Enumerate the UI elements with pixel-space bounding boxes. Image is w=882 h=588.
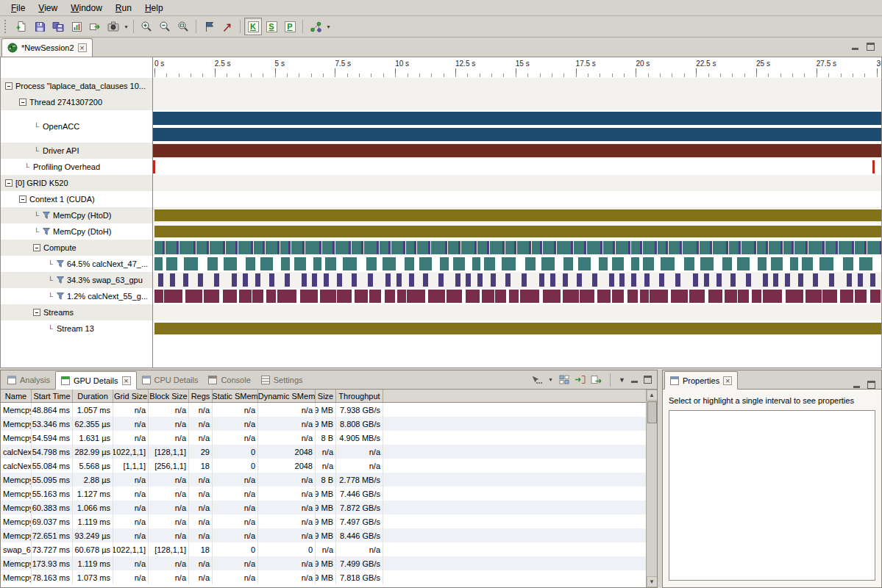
timeline-bar-segment[interactable]: [302, 273, 307, 287]
timeline-bar-segment[interactable]: [223, 290, 237, 303]
table-row[interactable]: Memcpy154.594 ms1.631 µsn/an/an/an/an/a8…: [1, 431, 646, 445]
session-tab[interactable]: *NewSession2 ×: [1, 38, 93, 57]
timeline-lane-kernel-calcnext47[interactable]: [153, 256, 881, 272]
timeline-bar-segment[interactable]: [867, 241, 880, 254]
timeline-bar-segment[interactable]: [859, 257, 872, 270]
filter-funnel-icon[interactable]: [57, 276, 64, 284]
report-button[interactable]: [68, 18, 85, 35]
timeline-bar-segment[interactable]: [746, 273, 751, 287]
scroll-up-button[interactable]: ▲: [647, 390, 658, 401]
maximize-button[interactable]: [867, 381, 875, 389]
timeline-lane-memcpy-htod[interactable]: [153, 207, 881, 223]
timeline-bar-segment[interactable]: [543, 241, 554, 254]
timeline-bar-segment[interactable]: [627, 290, 638, 303]
timeline-bar-segment[interactable]: [204, 290, 219, 303]
timeline-bar-segment[interactable]: [713, 241, 726, 254]
table-row[interactable]: calcNext155.084 ms5.568 µs[1,1,1][256,1,…: [1, 459, 646, 473]
timeline-bar-segment[interactable]: [505, 241, 514, 254]
timeline-tree-item-kernel-swap63[interactable]: └34.3% swap_63_gpu: [1, 272, 153, 288]
timeline-bar-segment[interactable]: [855, 241, 864, 254]
timeline-bar-segment[interactable]: [613, 241, 615, 254]
timeline-bar-segment[interactable]: [385, 273, 391, 287]
timeline-bar-segment[interactable]: [819, 257, 833, 270]
overhead-tick[interactable]: [153, 160, 155, 173]
column-header-dynamic-smem[interactable]: Dynamic SMem: [258, 390, 316, 402]
filter-funnel-icon[interactable]: [57, 293, 64, 300]
table-row[interactable]: Memcpy172.651 ms93.249 µsn/an/an/an/an/a…: [1, 528, 646, 542]
timeline-bar-segment[interactable]: [522, 273, 527, 287]
timeline-bar-segment[interactable]: [739, 241, 741, 254]
timeline-bar-segment[interactable]: [154, 241, 163, 254]
timeline-bar-segment[interactable]: [285, 273, 290, 287]
timeline-bar-segment[interactable]: [514, 241, 516, 254]
timeline-bar-segment[interactable]: [417, 241, 428, 254]
timeline-bar-segment[interactable]: [766, 241, 768, 254]
timeline-bar-segment[interactable]: [269, 273, 274, 287]
table-row[interactable]: Memcpy155.095 ms2.88 µsn/an/an/an/an/a8 …: [1, 473, 646, 487]
timeline-bar-segment[interactable]: [697, 241, 699, 254]
table-row[interactable]: Memcpy160.383 ms1.066 msn/an/an/an/an/a9…: [1, 501, 646, 514]
overhead-tick[interactable]: [872, 160, 875, 173]
timeline-bar[interactable]: [154, 209, 881, 221]
timeline-bar-segment[interactable]: [263, 241, 265, 254]
filter-funnel-icon[interactable]: [57, 260, 64, 268]
timeline-bar-segment[interactable]: [477, 241, 487, 254]
timeline-bar-segment[interactable]: [163, 241, 165, 254]
scroll-down-button[interactable]: ▼: [647, 576, 658, 587]
timeline-bar-segment[interactable]: [650, 290, 668, 303]
timeline-bar-segment[interactable]: [383, 257, 396, 270]
timeline-bar-segment[interactable]: [239, 290, 252, 303]
timeline-bar-segment[interactable]: [255, 273, 260, 287]
timeline-bar-segment[interactable]: [294, 257, 306, 270]
timeline-bar-segment[interactable]: [563, 273, 568, 287]
tab-gpu-details[interactable]: GPU Details×: [55, 371, 137, 390]
timeline-bar-segment[interactable]: [631, 241, 640, 254]
timeline-bar-segment[interactable]: [472, 257, 480, 270]
timeline-bar[interactable]: [153, 144, 881, 157]
timeline-bar-segment[interactable]: [277, 241, 280, 254]
minimize-button[interactable]: [851, 43, 859, 51]
table-row[interactable]: Memcpy153.346 ms62.355 µsn/an/an/an/an/a…: [1, 417, 646, 431]
timeline-bar-segment[interactable]: [406, 241, 414, 254]
timeline-bar-segment[interactable]: [805, 290, 822, 303]
timeline-bar-segment[interactable]: [825, 241, 836, 254]
group-segments-button[interactable]: [559, 375, 569, 384]
timeline-lane-grid-k520[interactable]: [153, 175, 881, 191]
timeline-bar-segment[interactable]: [802, 257, 813, 270]
timeline-bar-segment[interactable]: [880, 241, 881, 254]
timeline-lane-kernel-calcnext55[interactable]: [153, 288, 881, 304]
timeline-tree-item-compute[interactable]: Compute: [1, 240, 153, 256]
toolbar-handle[interactable]: [4, 20, 8, 33]
close-icon[interactable]: ×: [122, 376, 131, 385]
timeline-bar-segment[interactable]: [578, 257, 591, 270]
timeline-bar-segment[interactable]: [300, 290, 318, 303]
timeline-lane-openacc[interactable]: [153, 110, 881, 143]
filter-funnel-icon[interactable]: [43, 212, 50, 219]
timeline-bar-segment[interactable]: [532, 241, 540, 254]
timeline-bar-segment[interactable]: [716, 273, 722, 287]
timeline-bar-segment[interactable]: [324, 273, 329, 287]
column-header-throughput[interactable]: Throughput: [336, 390, 383, 402]
timeline-tree-item-profiling-overhead[interactable]: └Profiling Overhead: [1, 159, 153, 175]
timeline-bar-segment[interactable]: [870, 290, 881, 303]
timeline-bar[interactable]: [153, 112, 881, 125]
table-row[interactable]: Memcpy173.93 ms1.119 msn/an/an/an/an/a9 …: [1, 556, 646, 570]
timeline-bar-segment[interactable]: [487, 241, 489, 254]
process-toggle-button[interactable]: P: [281, 18, 299, 35]
timeline-bar-segment[interactable]: [550, 273, 555, 287]
export-details-button[interactable]: [591, 375, 602, 384]
timeline-bar-segment[interactable]: [655, 241, 657, 254]
timeline-bar-segment[interactable]: [737, 257, 750, 270]
timeline-bar-segment[interactable]: [612, 257, 624, 270]
timeline-bar-segment[interactable]: [349, 241, 351, 254]
timeline-bar-segment[interactable]: [726, 241, 728, 254]
timeline-tree-item-grid-k520[interactable]: [0] GRID K520: [1, 175, 153, 191]
timeline-bar-segment[interactable]: [447, 290, 462, 303]
timeline-bar-segment[interactable]: [541, 257, 555, 270]
tab-cpu-details[interactable]: CPU Details: [137, 370, 204, 389]
tab-settings[interactable]: Settings: [256, 370, 308, 389]
timeline-bar-segment[interactable]: [414, 241, 416, 254]
timeline-bar-segment[interactable]: [223, 241, 225, 254]
timeline-bar-segment[interactable]: [790, 257, 798, 270]
flag-marker-button[interactable]: [200, 18, 218, 35]
